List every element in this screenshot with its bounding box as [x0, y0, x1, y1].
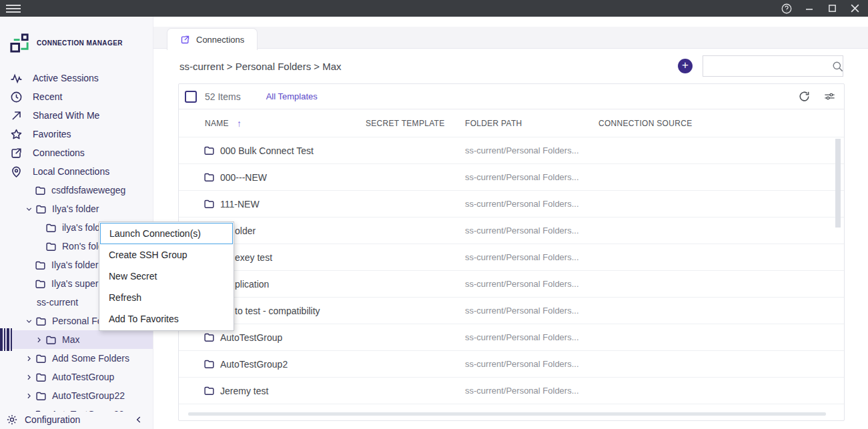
folder-icon — [35, 390, 47, 402]
row-name-cell: Jeremy test — [203, 385, 366, 396]
table-row[interactable]: 000---NEWss-current/Personal Folders... — [179, 164, 844, 191]
folder-icon — [203, 198, 215, 209]
sidebar-item-connections[interactable]: Connections — [0, 143, 153, 162]
tree-item-label: Max — [62, 334, 79, 345]
row-name: Jeremy test — [220, 386, 268, 396]
column-folder-path[interactable]: FOLDER PATH — [465, 119, 598, 128]
table-row[interactable]: 000 Bulk Connect Testss-current/Personal… — [179, 137, 844, 164]
minimize-icon[interactable] — [803, 2, 816, 15]
chevron-down-icon[interactable] — [25, 205, 33, 213]
column-connection-source[interactable]: CONNECTION SOURCE — [598, 119, 844, 128]
app-logo: CONNECTION MANAGER — [0, 17, 153, 58]
row-folder-path: ss-current/Personal Folders... — [465, 306, 598, 316]
search-icon[interactable] — [831, 60, 844, 73]
sidebar-item-label: Active Sessions — [33, 73, 99, 83]
configuration-label: Configuration — [25, 414, 80, 425]
table-row[interactable]: Jeremy testss-current/Personal Folders..… — [179, 378, 844, 404]
menu-item-refresh[interactable]: Refresh — [100, 287, 233, 308]
table-header: NAME ↑ SECRET TEMPLATE FOLDER PATH CONNE… — [179, 109, 844, 137]
column-secret-template[interactable]: SECRET TEMPLATE — [366, 119, 465, 128]
sidebar-item-label: Shared With Me — [33, 110, 99, 121]
menu-item-launch-connection-s-[interactable]: Launch Connection(s) — [100, 223, 233, 244]
filter-sliders-icon[interactable] — [823, 90, 836, 103]
sidebar-item-label: Connections — [33, 147, 85, 158]
select-all-checkbox[interactable] — [185, 91, 197, 103]
folder-icon — [203, 171, 215, 183]
search-input[interactable] — [703, 56, 831, 76]
titlebar — [0, 0, 868, 17]
folder-icon — [35, 260, 46, 271]
row-folder-path: ss-current/Personal Folders... — [465, 199, 598, 209]
tree-item-label: AutoTestGroup — [52, 372, 114, 382]
sidebar-item-label: Favorites — [33, 129, 71, 139]
chevron-right-icon[interactable] — [25, 392, 33, 400]
row-folder-path: ss-current/Personal Folders... — [465, 332, 598, 342]
chevron-right-icon[interactable] — [25, 354, 33, 363]
sidebar-item-configuration[interactable]: Configuration — [0, 412, 153, 429]
row-name: 000 Bulk Connect Test — [220, 145, 314, 156]
chevron-right-icon[interactable] — [35, 336, 43, 344]
menu-item-create-ssh-group[interactable]: Create SSH Group — [100, 244, 233, 266]
menu-item-new-secret[interactable]: New Secret — [100, 266, 233, 287]
folder-icon — [35, 372, 47, 383]
table-row[interactable]: to test - compatibilityss-current/Person… — [179, 298, 844, 324]
folder-icon — [45, 241, 57, 252]
tree-item-autotestgroup22[interactable]: AutoTestGroup22 — [0, 386, 153, 405]
tree-item-autotestgroup[interactable]: AutoTestGroup — [0, 368, 153, 386]
horizontal-scrollbar[interactable] — [188, 412, 826, 416]
chevron-down-icon[interactable] — [25, 317, 33, 326]
row-name-partial: plication — [235, 279, 269, 290]
row-name-partial: exey test — [235, 252, 272, 263]
table-row[interactable]: olderss-current/Personal Folders... — [179, 218, 844, 244]
table-row[interactable]: plicationss-current/Personal Folders... — [179, 271, 844, 298]
row-folder-path: ss-current/Personal Folders... — [465, 145, 598, 155]
sidebar-item-recent[interactable]: Recent — [0, 87, 153, 106]
all-templates-link[interactable]: All Templates — [266, 91, 318, 101]
refresh-icon[interactable] — [798, 90, 811, 103]
folder-icon — [45, 222, 57, 234]
row-name-cell: AutoTestGroup — [203, 332, 366, 343]
arrow-up-right-icon — [10, 109, 23, 122]
table-row[interactable]: 111-NEWss-current/Personal Folders... — [179, 191, 844, 218]
row-folder-path: ss-current/Personal Folders... — [465, 172, 598, 182]
tree-item-autotestgroup33[interactable]: AutoTestGroup33 — [0, 405, 153, 412]
table-row[interactable]: AutoTestGroup2ss-current/Personal Folder… — [179, 351, 844, 378]
breadcrumb-row: ss-current > Personal Folders > Max + — [153, 49, 868, 83]
folder-icon — [203, 145, 215, 156]
row-name-cell: 000 Bulk Connect Test — [203, 145, 366, 156]
vertical-scrollbar[interactable] — [835, 139, 841, 228]
sort-ascending-icon[interactable]: ↑ — [237, 118, 242, 129]
row-folder-path: ss-current/Personal Folders... — [465, 279, 598, 289]
row-folder-path: ss-current/Personal Folders... — [465, 386, 598, 396]
sidebar-item-favorites[interactable]: Favorites — [0, 125, 153, 143]
tree-item-ilya-s-folder[interactable]: Ilya's folder — [0, 199, 153, 218]
close-icon[interactable] — [848, 2, 861, 15]
chevron-left-icon[interactable] — [134, 415, 143, 424]
breadcrumb: ss-current > Personal Folders > Max — [179, 61, 342, 72]
sidebar-item-local-connections[interactable]: Local Connections — [0, 162, 153, 181]
add-button[interactable]: + — [678, 59, 693, 73]
hamburger-menu-icon[interactable] — [6, 3, 21, 15]
menu-item-add-to-favorites[interactable]: Add To Favorites — [100, 308, 233, 330]
chevron-right-icon[interactable] — [25, 373, 33, 382]
folder-icon — [203, 385, 215, 396]
maximize-icon[interactable] — [825, 2, 839, 15]
folder-icon — [35, 185, 46, 196]
tree-item-csdfdsfawewegeg[interactable]: csdfdsfawewegeg — [0, 181, 153, 199]
column-name[interactable]: NAME — [205, 119, 229, 128]
table-row[interactable]: AutoTestGroupss-current/Personal Folders… — [179, 324, 844, 351]
tree-item-label: AutoTestGroup22 — [52, 390, 125, 401]
tree-item-add-some-folders[interactable]: Add Some Folders — [0, 349, 153, 368]
row-name: AutoTestGroup2 — [220, 359, 288, 370]
sidebar-item-active-sessions[interactable]: Active Sessions — [0, 69, 153, 87]
gear-icon — [6, 414, 18, 426]
external-link-icon — [10, 147, 23, 159]
table-row[interactable]: exey testss-current/Personal Folders... — [179, 244, 844, 271]
tab-connections[interactable]: Connections — [167, 28, 258, 50]
folder-icon — [35, 353, 47, 364]
help-icon[interactable] — [780, 2, 793, 15]
sidebar-item-shared-with-me[interactable]: Shared With Me — [0, 106, 153, 125]
row-folder-path: ss-current/Personal Folders... — [465, 252, 598, 262]
tree-item-max[interactable]: Max — [0, 330, 153, 349]
connections-table-card: 52 Items All Templates — [178, 83, 845, 421]
